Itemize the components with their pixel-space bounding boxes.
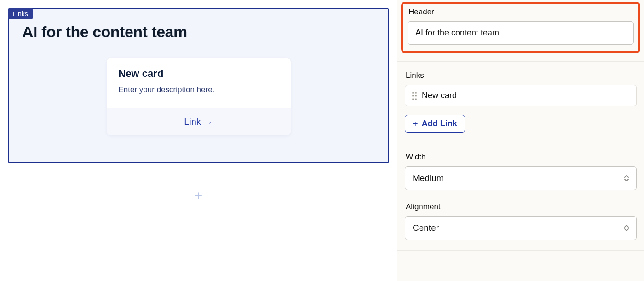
width-field-label: Width [406,152,637,162]
add-block-button[interactable]: + [195,189,203,203]
card-body: New card Enter your description here. [107,58,291,108]
card-wrapper: New card Enter your description here. Li… [19,58,378,135]
highlight-frame: Header [401,2,640,53]
svg-point-4 [412,98,414,100]
svg-point-2 [412,95,414,96]
header-field-label: Header [408,7,634,17]
svg-point-3 [415,95,417,96]
link-list-item[interactable]: New card [405,85,637,106]
link-card[interactable]: New card Enter your description here. Li… [107,58,291,135]
width-select[interactable]: Medium [405,166,637,190]
link-item-title: New card [422,91,457,100]
plus-icon: + [413,119,418,129]
add-block-area: + [8,189,389,203]
arrow-right-icon: → [204,117,213,127]
card-footer: Link → [107,108,291,135]
links-field-label: Links [406,71,637,80]
sidebar-section-alignment: Alignment Center [397,193,644,251]
alignment-field-label: Alignment [406,202,637,211]
card-title: New card [119,68,279,80]
sidebar-section-links: Links New card + Add Link [397,62,644,143]
settings-sidebar: Header Links New card + Add Link Width M… [397,0,644,281]
drag-handle-icon[interactable] [412,92,417,100]
add-link-label: Add Link [422,119,457,129]
add-link-button[interactable]: + Add Link [405,115,465,133]
sidebar-section-header: Header [397,2,644,62]
svg-point-5 [415,98,417,100]
svg-point-0 [412,92,414,93]
card-link-button[interactable]: Link → [184,117,213,127]
plus-icon: + [195,188,203,203]
preview-pane: Links AI for the content team New card E… [0,0,397,281]
block-type-tag: Links [8,8,33,19]
links-block[interactable]: Links AI for the content team New card E… [8,8,389,163]
sidebar-section-width: Width Medium [397,143,644,193]
card-description: Enter your description here. [119,85,279,94]
svg-point-1 [415,92,417,93]
alignment-select[interactable]: Center [405,216,637,240]
block-header: AI for the content team [22,23,378,41]
header-input[interactable] [408,21,634,45]
card-link-label: Link [184,117,201,127]
